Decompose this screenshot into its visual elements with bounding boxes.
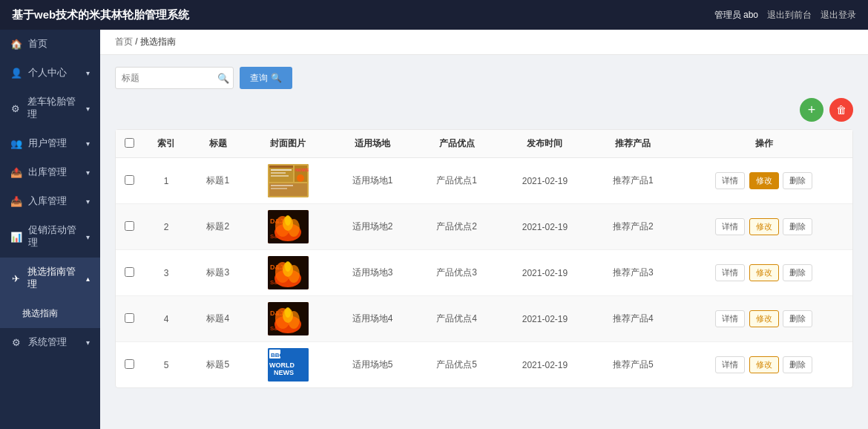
search-bar: 🔍 查询 🔍: [115, 67, 853, 89]
edit-button[interactable]: 修改: [749, 356, 779, 373]
row-checkbox[interactable]: [125, 267, 134, 277]
row-checkbox[interactable]: [125, 221, 134, 231]
svg-point-8: [297, 174, 304, 182]
cell-operations: 详情 修改 删除: [675, 296, 852, 342]
detail-button[interactable]: 详情: [715, 310, 745, 327]
cell-index: 2: [142, 204, 190, 250]
row-checkbox[interactable]: [125, 313, 134, 323]
table-row: 3标题3 D&J S&L 适用场地3产品优点32021-02-19推荐产品3 详…: [116, 250, 852, 296]
delete-button[interactable]: 删除: [783, 264, 812, 281]
col-location: 适用场地: [330, 130, 415, 158]
sidebar-item-outbound[interactable]: 📤 出库管理 ▾: [0, 158, 100, 187]
trash-icon: 🗑: [836, 104, 846, 116]
sidebar-sub-label: 挑选指南: [22, 307, 58, 320]
cell-title: 标题5: [190, 342, 246, 388]
sidebar-item-guide-manager[interactable]: ✈ 挑选指南管理 ▴: [0, 258, 100, 299]
col-cover: 封面图片: [246, 130, 330, 158]
cell-date: 2021-02-19: [499, 204, 591, 250]
cell-location: 适用场地1: [330, 158, 415, 204]
search-icon-button[interactable]: 🔍: [214, 71, 232, 85]
svg-rect-2: [269, 166, 293, 168]
chevron-down-icon: ▾: [86, 69, 90, 77]
svg-text:NEWS: NEWS: [274, 369, 294, 376]
sidebar-item-users[interactable]: 👥 用户管理 ▾: [0, 129, 100, 158]
main-area: 首页 / 挑选指南 🔍 查询 🔍 + 🗑: [100, 30, 868, 429]
cell-date: 2021-02-19: [499, 250, 591, 296]
guide-icon: ✈: [10, 273, 22, 284]
cell-title: 标题1: [190, 158, 246, 204]
edit-button[interactable]: 修改: [749, 264, 779, 281]
delete-button[interactable]: 删除: [783, 172, 812, 189]
cell-title: 标题3: [190, 250, 246, 296]
cell-operations: 详情 修改 删除: [675, 204, 852, 250]
main-layout: 🏠 首页 👤 个人中心 ▾ ⚙ 差车轮胎管理 ▾ 👥 用户管理 ▾ 📤 出库管理…: [0, 30, 868, 429]
cell-location: 适用场地5: [330, 342, 415, 388]
cell-cover-image: BBC WORLD NEWS: [246, 342, 330, 388]
detail-button[interactable]: 详情: [715, 264, 745, 281]
breadcrumb: 首页 / 挑选指南: [100, 30, 868, 55]
data-table: 索引 标题 封面图片 适用场地 产品优点 发布时间 推荐产品 操作 1标题1: [116, 130, 852, 387]
breadcrumb-home[interactable]: 首页: [115, 36, 133, 47]
table-row: 4标题4 D&J S&L 适用场地4产品优点42021-02-19推荐产品4 详…: [116, 296, 852, 342]
cell-title: 标题2: [190, 204, 246, 250]
col-title: 标题: [190, 130, 246, 158]
query-icon: 🔍: [271, 73, 282, 83]
cell-product: 推荐产品1: [591, 158, 676, 204]
user-label: 管理员 abo: [714, 9, 758, 22]
svg-point-25: [285, 261, 291, 272]
detail-button[interactable]: 详情: [715, 172, 745, 189]
promo-icon: 📊: [10, 232, 22, 243]
svg-text:D&J: D&J: [270, 263, 283, 271]
col-date: 发布时间: [499, 130, 591, 158]
sidebar-item-label: 个人中心: [28, 67, 67, 79]
sidebar-item-inbound[interactable]: 📥 入库管理 ▾: [0, 187, 100, 216]
batch-delete-button[interactable]: 🗑: [829, 98, 853, 122]
delete-button[interactable]: 删除: [783, 356, 812, 373]
cell-advantage: 产品优点2: [415, 204, 499, 250]
cell-advantage: 产品优点1: [415, 158, 499, 204]
cell-index: 1: [142, 158, 190, 204]
cover-image: D&J S&L: [268, 256, 309, 289]
detail-button[interactable]: 详情: [715, 356, 745, 373]
data-table-wrap: 索引 标题 封面图片 适用场地 产品优点 发布时间 推荐产品 操作 1标题1: [115, 129, 853, 388]
sidebar-item-label: 用户管理: [28, 137, 67, 150]
select-all-checkbox[interactable]: [125, 138, 134, 148]
chevron-down-icon: ▾: [86, 168, 90, 177]
cell-advantage: 产品优点5: [415, 342, 499, 388]
row-checkbox[interactable]: [125, 359, 134, 369]
sidebar: 🏠 首页 👤 个人中心 ▾ ⚙ 差车轮胎管理 ▾ 👥 用户管理 ▾ 📤 出库管理…: [0, 30, 100, 429]
edit-button[interactable]: 修改: [749, 172, 779, 189]
sidebar-item-home[interactable]: 🏠 首页: [0, 30, 100, 59]
row-checkbox[interactable]: [125, 175, 134, 185]
sidebar-item-label: 首页: [28, 38, 47, 50]
query-button[interactable]: 查询 🔍: [240, 67, 292, 89]
col-product: 推荐产品: [591, 130, 676, 158]
svg-text:D&J: D&J: [270, 217, 283, 225]
table-row: 1标题1 NEWS 适用场地1产品优点12021-02-19推荐产品1 详情 修…: [116, 158, 852, 204]
sidebar-item-guide[interactable]: 挑选指南: [0, 299, 100, 328]
svg-rect-3: [271, 169, 292, 171]
detail-button[interactable]: 详情: [715, 218, 745, 235]
sidebar-item-personal[interactable]: 👤 个人中心 ▾: [0, 59, 100, 88]
header-right: 管理员 abo 退出到前台 退出登录: [714, 9, 856, 22]
cell-cover-image: D&J S&L: [246, 204, 330, 250]
back-to-frontend-link[interactable]: 退出到前台: [767, 9, 812, 22]
edit-button[interactable]: 修改: [749, 310, 779, 327]
sidebar-item-promo[interactable]: 📊 促销活动管理 ▾: [0, 216, 100, 258]
logout-link[interactable]: 退出登录: [821, 9, 856, 22]
cell-location: 适用场地2: [330, 204, 415, 250]
sidebar-item-label: 出库管理: [28, 166, 67, 179]
svg-point-17: [285, 215, 291, 226]
breadcrumb-separator: /: [135, 36, 137, 47]
add-button[interactable]: +: [800, 98, 823, 122]
sidebar-item-tire[interactable]: ⚙ 差车轮胎管理 ▾: [0, 88, 100, 129]
svg-text:S&L: S&L: [270, 233, 282, 240]
delete-button[interactable]: 删除: [783, 218, 812, 235]
cell-operations: 详情 修改 删除: [675, 250, 852, 296]
svg-text:D&J: D&J: [270, 310, 283, 317]
svg-text:S&L: S&L: [270, 279, 282, 286]
sidebar-item-label: 挑选指南管理: [27, 266, 80, 291]
sidebar-item-system[interactable]: ⚙ 系统管理 ▾: [0, 328, 100, 357]
edit-button[interactable]: 修改: [749, 218, 779, 235]
delete-button[interactable]: 删除: [783, 310, 812, 327]
